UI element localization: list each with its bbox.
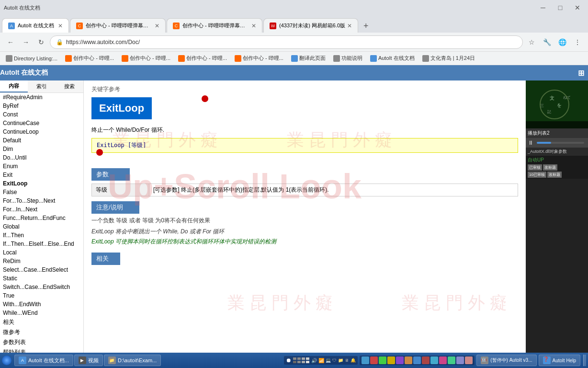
sidebar-item-global[interactable]: Global xyxy=(0,222,83,231)
tab-close-autoit[interactable]: ✕ xyxy=(58,23,63,29)
tab-content[interactable]: 内容 xyxy=(0,80,28,92)
bookmark-star-button[interactable]: ☆ xyxy=(525,35,538,49)
sidebar-item-selectcase[interactable]: Select...Case...EndSelect xyxy=(0,265,83,274)
tab-autoit[interactable]: A AutoIt 在线文档 ✕ xyxy=(2,18,69,33)
extension2-button[interactable]: 🌐 xyxy=(555,35,569,49)
sidebar-item-microref[interactable]: 微参考 xyxy=(0,327,83,337)
taskbar-autoit-app[interactable]: 🤖 (暂停中) AutoIt v3... xyxy=(476,355,536,366)
tab-bili2[interactable]: C 创作中心 - 哔哩哔哩弹幕视频 ✕ xyxy=(167,18,262,33)
taskbar-item-video[interactable]: ▶ 视频 xyxy=(74,355,103,366)
taskbar-autoit-help[interactable]: ❓ AutoIt Help xyxy=(539,355,580,366)
sidebar-item-local[interactable]: Local xyxy=(0,248,83,257)
sidebar-item-continueloop[interactable]: ContinueLoop xyxy=(0,127,83,136)
tab-search[interactable]: 搜索 xyxy=(56,80,83,92)
sidebar-item-paramlist[interactable]: 参数列表 xyxy=(0,337,83,347)
bookmark-bili1[interactable]: 创作中心 - 哔哩... xyxy=(63,54,116,63)
systray-icon-network[interactable]: 📶 xyxy=(318,358,324,363)
quick-icon-6[interactable] xyxy=(405,356,412,364)
quick-icon-9[interactable] xyxy=(430,356,438,364)
video-controls[interactable]: ⏸ xyxy=(526,138,588,148)
review-btn-1[interactable]: 已审核 xyxy=(528,164,542,171)
review-btn-2[interactable]: 改标题 xyxy=(543,164,557,171)
sidebar-item-static[interactable]: Static xyxy=(0,274,83,283)
sidebar-item-withendwith[interactable]: With...EndWith xyxy=(0,300,83,309)
systray-icon-bell[interactable]: 🔔 xyxy=(351,358,356,363)
show-desktop-button[interactable] xyxy=(583,355,586,366)
sidebar-item-redim[interactable]: ReDim xyxy=(0,257,83,265)
sidebar-item-switchcase[interactable]: Switch...Case...EndSwitch xyxy=(0,283,83,291)
tab-index[interactable]: 索引 xyxy=(28,80,56,92)
bookmark-func[interactable]: 功能说明 xyxy=(331,54,364,63)
bookmark-bili3[interactable]: 创作中心 - 哔哩... xyxy=(176,54,229,63)
bookmark-directory[interactable]: Directory Listing:... xyxy=(4,54,59,63)
sidebar-item-continuecase[interactable]: ContinueCase xyxy=(0,119,83,127)
sidebar-item-dim[interactable]: Dim xyxy=(0,145,83,153)
systray-icon-speaker[interactable]: 🔊 xyxy=(311,358,317,363)
sidebar-item-forinnext[interactable]: For...In...Next xyxy=(0,205,83,214)
sidebar-item-byref[interactable]: ByRef xyxy=(0,102,83,110)
bookmark-bili2[interactable]: 创作中心 - 哔哩... xyxy=(120,54,172,63)
quick-icon-7[interactable] xyxy=(413,356,421,364)
quick-icon-12[interactable] xyxy=(456,356,464,364)
sidebar-item-fortostepnext[interactable]: For...To...Step...Next xyxy=(0,196,83,205)
sidebar-item-requireadmin[interactable]: #RequireAdmin xyxy=(0,93,83,102)
systray-icon-shield[interactable]: 🛡 xyxy=(332,358,337,363)
taskbar-item-autoit[interactable]: A AutoIt 在线文档... xyxy=(14,355,73,366)
video-review-row2[interactable]: 10已审核 改标题 xyxy=(528,172,586,178)
quick-icon-5[interactable] xyxy=(396,356,404,364)
taskbar-item-explorer[interactable]: 📁 D:\autoit\Exam... xyxy=(104,355,161,366)
tab-close-email[interactable]: ✕ xyxy=(347,23,352,29)
progress-bar[interactable] xyxy=(537,142,584,144)
quick-icon-8[interactable] xyxy=(422,356,430,364)
systray-icon-record[interactable]: ⏺ xyxy=(286,357,292,364)
quick-icon-11[interactable] xyxy=(448,356,455,364)
tab-email[interactable]: W (4337封未读) 网易邮箱6.0版 ✕ xyxy=(263,18,358,33)
bookmark-bili4[interactable]: 创作中心 - 哔哩... xyxy=(233,54,285,63)
new-tab-button[interactable]: + xyxy=(359,19,373,33)
sidebar-item-ifthen[interactable]: If...Then xyxy=(0,231,83,240)
minimize-button[interactable]: ─ xyxy=(536,1,550,14)
maximize-button[interactable]: □ xyxy=(554,1,567,14)
sidebar-scroll-area[interactable]: #RequireAdmin ByRef Const ContinueCase C… xyxy=(0,93,83,368)
video-item-active[interactable]: _AutoItX.dll对象参数 xyxy=(526,148,588,156)
forward-button[interactable]: → xyxy=(19,35,33,49)
quick-icon-4[interactable] xyxy=(387,356,395,364)
sidebar-item-exitloop[interactable]: ExitLoop xyxy=(0,179,83,188)
tab-close-bili1[interactable]: ✕ xyxy=(155,23,159,29)
systray-icon-cpu[interactable]: 💻 xyxy=(326,358,331,363)
sidebar-item-enum[interactable]: Enum xyxy=(0,162,83,171)
address-bar[interactable]: 🔒 https://www.autoitx.com/Doc/ xyxy=(50,35,523,49)
video-thumbnail[interactable]: 文 を 記 ねて 三 xyxy=(526,80,588,128)
tab-close-bili2[interactable]: ✕ xyxy=(251,23,256,29)
sidebar-item-related[interactable]: 相关 xyxy=(0,317,83,327)
bookmark-autoit-doc[interactable]: AutoIt 在线文档 xyxy=(368,54,417,63)
sidebar-item-whilewend[interactable]: While...WEnd xyxy=(0,309,83,317)
quick-icon-2[interactable] xyxy=(370,356,378,364)
sidebar-item-ifthenelseif[interactable]: If...Then...ElseIf...Else...End xyxy=(0,240,83,248)
tab-bili1[interactable]: C 创作中心 - 哔哩哔哩弹幕视频网 ✕ xyxy=(70,18,166,33)
video-review-row[interactable]: 已审核 改标题 xyxy=(528,164,586,171)
reload-button[interactable]: ↻ xyxy=(34,35,48,49)
back-button[interactable]: ← xyxy=(4,35,17,49)
extension1-button[interactable]: 🔧 xyxy=(540,35,554,49)
systray-icon-monitor[interactable]: 🖥 xyxy=(345,358,349,363)
close-window-button[interactable]: ✕ xyxy=(571,1,584,14)
review-btn-4[interactable]: 改标题 xyxy=(547,172,562,178)
bookmark-culture[interactable]: 文化青岛 | 1月24日 xyxy=(420,54,477,63)
doc-header-expand-icon[interactable]: ⊞ xyxy=(578,69,584,78)
review-btn-3[interactable]: 10已审核 xyxy=(528,172,546,178)
menu-button[interactable]: ⋮ xyxy=(571,35,584,49)
sidebar-item-funcreturn[interactable]: Func...Return...EndFunc xyxy=(0,214,83,222)
quick-icon-3[interactable] xyxy=(379,356,386,364)
quick-icon-13[interactable] xyxy=(465,356,473,364)
sidebar-item-false[interactable]: False xyxy=(0,188,83,196)
quick-icon-10[interactable] xyxy=(439,356,447,364)
bookmark-translate[interactable]: 翻译此页面 xyxy=(289,54,328,63)
play-pause-button[interactable]: ⏸ xyxy=(528,139,533,146)
systray-icon-grid[interactable] xyxy=(293,357,310,364)
systray-icon-folder[interactable]: 📁 xyxy=(338,358,343,363)
sidebar-item-const[interactable]: Const xyxy=(0,110,83,119)
sidebar-item-true[interactable]: True xyxy=(0,291,83,300)
sidebar-item-default[interactable]: Default xyxy=(0,136,83,145)
quick-icon-1[interactable] xyxy=(362,356,369,364)
